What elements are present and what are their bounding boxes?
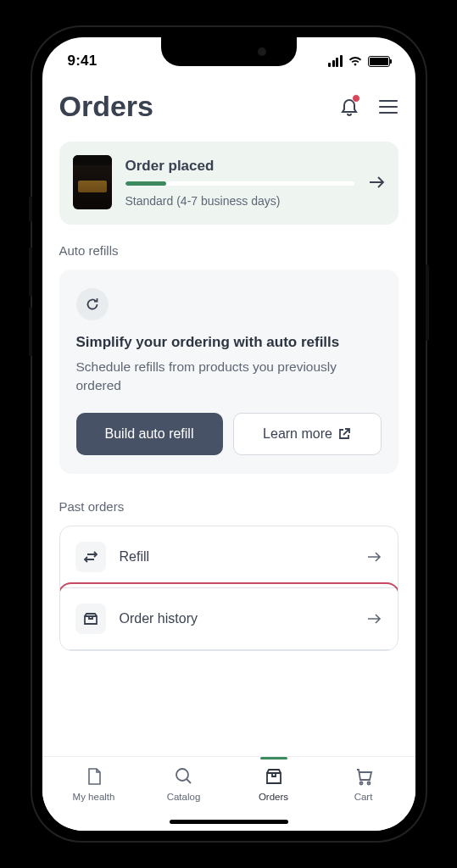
tab-cart-label: Cart <box>354 792 373 802</box>
box-icon <box>83 611 98 626</box>
auto-refill-desc: Schedule refills from products you previ… <box>76 358 382 396</box>
svg-point-5 <box>367 782 370 785</box>
external-link-icon <box>337 427 351 441</box>
notification-badge <box>352 94 360 103</box>
cart-icon <box>354 767 373 786</box>
arrow-right-icon <box>365 613 382 625</box>
shipping-info: Standard (4-7 business days) <box>125 194 354 208</box>
search-icon <box>175 767 193 786</box>
order-status: Order placed <box>125 158 354 175</box>
notch <box>161 37 297 66</box>
order-history-row[interactable]: Order history <box>60 588 398 650</box>
page-title: Orders <box>59 90 154 123</box>
past-orders-list: Refill Order history <box>59 526 398 651</box>
tab-orders-label: Orders <box>259 792 288 802</box>
past-orders-section-label: Past orders <box>59 499 398 514</box>
history-icon-wrap <box>75 604 106 634</box>
current-order-card[interactable]: Order placed Standard (4-7 business days… <box>59 142 398 225</box>
refresh-icon <box>85 297 100 312</box>
learn-more-button[interactable]: Learn more <box>233 413 382 455</box>
refill-icon-wrap <box>75 542 106 572</box>
battery-icon <box>368 56 390 67</box>
status-indicators <box>328 55 390 67</box>
swap-icon <box>83 549 98 565</box>
refresh-icon-badge <box>76 288 109 320</box>
tab-catalog[interactable]: Catalog <box>139 765 229 802</box>
status-time: 9:41 <box>68 53 98 70</box>
svg-point-3 <box>176 769 188 781</box>
auto-refill-title: Simplify your ordering with auto refills <box>76 334 382 351</box>
build-auto-refill-button[interactable]: Build auto refill <box>76 413 223 455</box>
order-progress <box>125 181 354 186</box>
arrow-right-icon <box>365 551 382 563</box>
package-icon <box>265 767 283 786</box>
notifications-button[interactable] <box>339 96 359 118</box>
tab-health-label: My health <box>73 792 115 802</box>
tab-orders[interactable]: Orders <box>229 765 319 802</box>
product-image <box>73 155 112 209</box>
refill-row[interactable]: Refill <box>60 526 398 588</box>
wifi-icon <box>348 56 363 67</box>
menu-button[interactable] <box>378 98 398 115</box>
refill-label: Refill <box>120 549 352 565</box>
auto-refills-section-label: Auto refills <box>59 243 398 258</box>
document-icon <box>86 767 103 786</box>
tab-catalog-label: Catalog <box>167 792 201 802</box>
tab-cart[interactable]: Cart <box>319 765 409 802</box>
home-indicator[interactable] <box>170 820 288 824</box>
auto-refill-card: Simplify your ordering with auto refills… <box>59 270 398 474</box>
learn-more-label: Learn more <box>263 426 332 442</box>
svg-point-4 <box>359 782 362 785</box>
arrow-right-icon <box>368 175 385 189</box>
tab-my-health[interactable]: My health <box>49 765 139 802</box>
build-btn-label: Build auto refill <box>105 426 194 442</box>
signal-icon <box>328 55 343 67</box>
order-history-label: Order history <box>120 611 352 626</box>
